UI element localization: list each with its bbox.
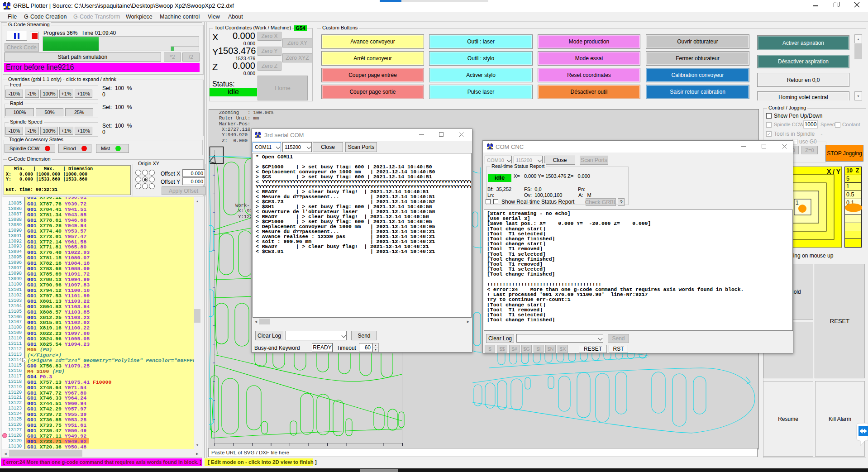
svg-text:Work-: Work- — [235, 203, 250, 208]
svg-text:Z: 0.000: Z: 0.000 — [219, 138, 248, 143]
svg-text:X / Y: X / Y — [827, 168, 841, 175]
svg-text:Ruler Unit: mm: Ruler Unit: mm — [219, 115, 259, 121]
svg-text:X:2727.110: X:2727.110 — [219, 127, 250, 132]
svg-text:1: 1 — [796, 200, 799, 206]
svg-text:Marker-Pos:: Marker-Pos: — [219, 121, 250, 127]
svg-text:Y:122: Y:122 — [235, 214, 253, 219]
svg-text:X: 97: X: 97 — [235, 208, 253, 214]
svg-text:Zooming : 100.00%: Zooming : 100.00% — [219, 110, 273, 115]
svg-text:Y:949.920: Y:949.920 — [219, 132, 248, 138]
